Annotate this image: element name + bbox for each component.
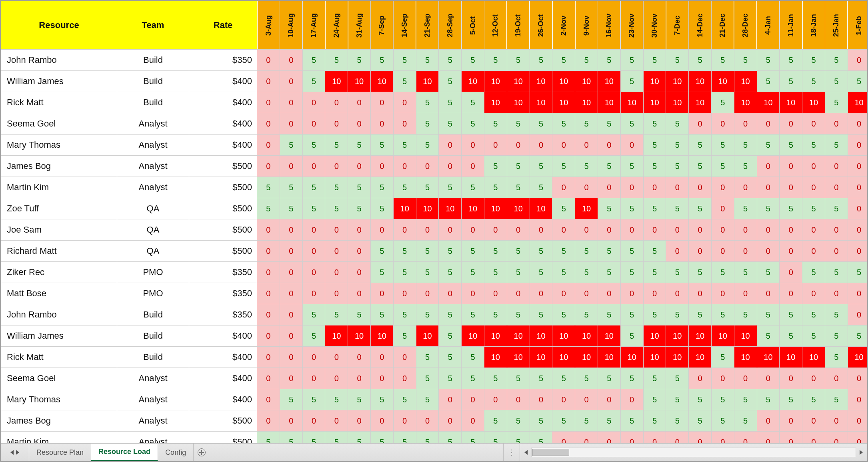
cell-value[interactable]: 10	[348, 71, 371, 92]
cell-value[interactable]: 0	[711, 283, 734, 304]
cell-value[interactable]: 0	[370, 347, 393, 368]
cell-rate[interactable]: $350	[189, 262, 257, 283]
cell-value[interactable]: 5	[484, 262, 507, 283]
header-date[interactable]: 17-Aug	[302, 1, 325, 50]
cell-value[interactable]: 0	[439, 389, 462, 410]
cell-value[interactable]: 0	[439, 410, 462, 432]
cell-value[interactable]: 5	[552, 113, 575, 135]
cell-value[interactable]: 0	[689, 368, 712, 389]
cell-value[interactable]: 5	[552, 262, 575, 283]
cell-value[interactable]: 5	[370, 177, 393, 198]
cell-value[interactable]: 5	[734, 262, 757, 283]
cell-value[interactable]: 0	[711, 432, 734, 444]
cell-value[interactable]: 5	[552, 50, 575, 71]
cell-value[interactable]: 5	[348, 177, 371, 198]
cell-resource[interactable]: Seema Goel	[1, 368, 117, 389]
cell-value[interactable]: 0	[552, 219, 575, 241]
cell-rate[interactable]: $350	[189, 283, 257, 304]
cell-value[interactable]: 0	[552, 389, 575, 410]
cell-value[interactable]: 5	[393, 135, 416, 156]
cell-value[interactable]: 5	[439, 432, 462, 444]
cell-team[interactable]: Build	[117, 71, 189, 92]
cell-value[interactable]: 5	[416, 347, 439, 368]
cell-value[interactable]: 0	[666, 432, 689, 444]
cell-value[interactable]: 5	[393, 241, 416, 262]
cell-value[interactable]: 0	[598, 389, 620, 410]
cell-value[interactable]: 5	[416, 113, 439, 135]
cell-value[interactable]: 5	[348, 432, 371, 444]
cell-rate[interactable]: $350	[189, 50, 257, 71]
header-team[interactable]: Team	[117, 1, 189, 50]
scroll-right-button[interactable]	[857, 448, 866, 457]
cell-value[interactable]: 10	[370, 325, 393, 347]
cell-value[interactable]: 0	[302, 283, 325, 304]
cell-value[interactable]: 5	[393, 50, 416, 71]
cell-value[interactable]: 10	[484, 71, 507, 92]
cell-value[interactable]: 5	[325, 177, 348, 198]
cell-value[interactable]: 0	[689, 219, 712, 241]
cell-value[interactable]: 5	[257, 432, 280, 444]
cell-value[interactable]: 10	[484, 347, 507, 368]
header-date[interactable]: 19-Oct	[507, 1, 530, 50]
header-date[interactable]: 10-Aug	[280, 1, 302, 50]
cell-value[interactable]: 0	[689, 432, 712, 444]
cell-value[interactable]: 5	[393, 304, 416, 325]
cell-value[interactable]: 0	[666, 283, 689, 304]
cell-value[interactable]: 5	[757, 262, 780, 283]
cell-value[interactable]: 5	[643, 368, 666, 389]
cell-value[interactable]: 0	[393, 347, 416, 368]
cell-value[interactable]: 5	[484, 50, 507, 71]
cell-value[interactable]: 5	[734, 304, 757, 325]
cell-value[interactable]: 10	[370, 71, 393, 92]
cell-value[interactable]: 0	[325, 347, 348, 368]
cell-value[interactable]: 0	[416, 410, 439, 432]
cell-value[interactable]: 0	[802, 177, 825, 198]
cell-value[interactable]: 5	[552, 368, 575, 389]
cell-value[interactable]: 0	[598, 432, 620, 444]
cell-value[interactable]: 5	[825, 347, 848, 368]
cell-value[interactable]: 5	[484, 177, 507, 198]
header-resource[interactable]: Resource	[1, 1, 117, 50]
cell-value[interactable]: 5	[302, 198, 325, 219]
cell-value[interactable]: 10	[484, 198, 507, 219]
header-date[interactable]: 21-Sep	[416, 1, 439, 50]
cell-value[interactable]: 0	[552, 283, 575, 304]
cell-value[interactable]: 0	[734, 432, 757, 444]
cell-value[interactable]: 5	[620, 262, 643, 283]
cell-value[interactable]: 0	[780, 241, 802, 262]
cell-team[interactable]: QA	[117, 219, 189, 241]
cell-value[interactable]: 5	[416, 389, 439, 410]
cell-value[interactable]: 5	[302, 71, 325, 92]
cell-value[interactable]: 0	[757, 219, 780, 241]
header-date[interactable]: 4-Jan	[757, 1, 780, 50]
cell-value[interactable]: 10	[643, 325, 666, 347]
cell-value[interactable]: 0	[757, 432, 780, 444]
cell-value[interactable]: 5	[666, 156, 689, 177]
cell-value[interactable]: 5	[462, 241, 484, 262]
cell-value[interactable]: 0	[848, 432, 867, 444]
cell-value[interactable]: 10	[598, 325, 620, 347]
cell-value[interactable]: 0	[257, 304, 280, 325]
cell-value[interactable]: 5	[734, 135, 757, 156]
cell-value[interactable]: 0	[302, 113, 325, 135]
cell-value[interactable]: 10	[416, 71, 439, 92]
cell-value[interactable]: 0	[802, 113, 825, 135]
cell-value[interactable]: 0	[734, 177, 757, 198]
cell-value[interactable]: 0	[393, 368, 416, 389]
cell-value[interactable]: 0	[802, 368, 825, 389]
cell-value[interactable]: 0	[393, 113, 416, 135]
cell-value[interactable]: 0	[325, 156, 348, 177]
cell-value[interactable]: 5	[325, 198, 348, 219]
scroll-track[interactable]	[531, 448, 856, 457]
cell-value[interactable]: 10	[757, 347, 780, 368]
cell-value[interactable]: 5	[484, 113, 507, 135]
cell-value[interactable]: 5	[302, 304, 325, 325]
header-date[interactable]: 28-Dec	[734, 1, 757, 50]
cell-value[interactable]: 0	[825, 283, 848, 304]
header-date[interactable]: 5-Oct	[462, 1, 484, 50]
cell-value[interactable]: 0	[666, 219, 689, 241]
cell-value[interactable]: 5	[439, 92, 462, 113]
cell-value[interactable]: 5	[439, 241, 462, 262]
cell-value[interactable]: 10	[734, 325, 757, 347]
cell-value[interactable]: 10	[530, 347, 552, 368]
